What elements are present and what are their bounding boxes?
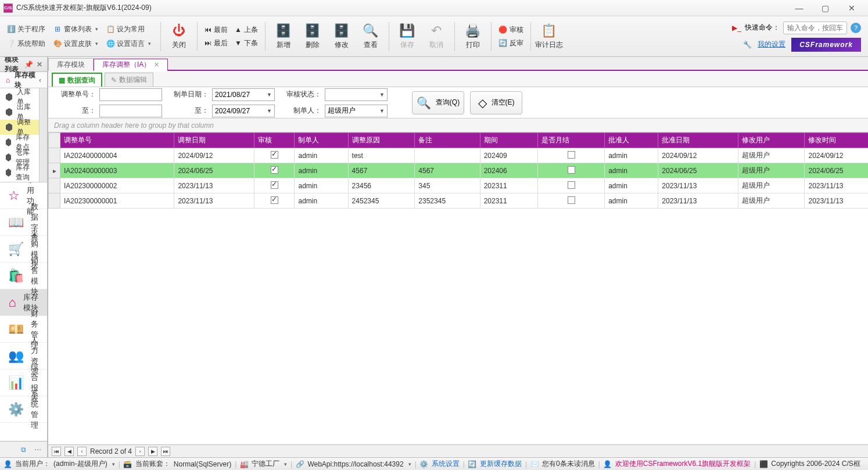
- delete-button[interactable]: 🗄️删除: [298, 19, 327, 54]
- nav-section-5[interactable]: 💴财务管理: [0, 316, 47, 343]
- nav-section-8[interactable]: ⚙️系统管理: [0, 396, 47, 423]
- nav-section-3[interactable]: 🛍️销售模块: [0, 263, 47, 289]
- status-syssettings[interactable]: 系统设置: [432, 459, 460, 469]
- auditlog-button[interactable]: 📋审计日志: [535, 19, 564, 54]
- quickcmd-input[interactable]: [783, 21, 847, 34]
- chevron-down-icon[interactable]: ▾: [284, 461, 287, 467]
- close-window-button[interactable]: ✕: [838, 2, 865, 15]
- col-header-9[interactable]: 批准日期: [658, 133, 738, 148]
- table-row[interactable]: IA2024000000042024/09/12admintest202409a…: [49, 148, 869, 163]
- col-header-1[interactable]: 调整日期: [174, 133, 254, 148]
- cell-date: 2023/11/13: [174, 193, 254, 209]
- nav-last-label: 最后: [214, 38, 228, 48]
- nav-first[interactable]: ⏮最前: [205, 25, 228, 35]
- more-icon[interactable]: ⋯: [34, 446, 41, 454]
- cube-icon: [6, 138, 11, 146]
- col-header-4[interactable]: 调整原因: [348, 133, 415, 148]
- nav-next[interactable]: ▼下条: [235, 38, 258, 48]
- forms-menu[interactable]: ⊞窗体列表▾: [51, 23, 101, 35]
- document-tabs: 库存模块库存调整（IA）✕: [48, 57, 868, 71]
- reject-button[interactable]: 🔄反审: [498, 38, 523, 48]
- about-menu[interactable]: ℹ️关于程序: [5, 23, 48, 35]
- nav-section-7[interactable]: 📊综合报表: [0, 369, 47, 396]
- status-messages[interactable]: 您有0条未读消息: [542, 459, 595, 469]
- pager-next[interactable]: ▶: [148, 447, 157, 456]
- nav-section-1[interactable]: 📖数据字典: [0, 209, 47, 236]
- cancel-button[interactable]: ↶取消: [422, 19, 451, 54]
- copy-icon[interactable]: ⧉: [21, 446, 26, 454]
- maximize-button[interactable]: ▢: [812, 2, 838, 15]
- table-row[interactable]: IA2023000000022023/11/13admin23456345202…: [49, 178, 869, 193]
- label-status: 审核状态：: [279, 89, 321, 99]
- my-settings-link[interactable]: 我的设置: [758, 40, 785, 49]
- section-icon: ⌂: [8, 295, 16, 311]
- view-button[interactable]: 🔍查看: [356, 19, 385, 54]
- nav-section-0[interactable]: ☆常用功能: [0, 182, 47, 209]
- doc-tab-0[interactable]: 库存模块: [48, 58, 94, 71]
- approve-button[interactable]: 🛑审核: [498, 25, 523, 35]
- nav-prev[interactable]: ▲上条: [235, 25, 258, 35]
- col-header-3[interactable]: 制单人: [295, 133, 348, 148]
- chevron-down-icon[interactable]: ▾: [112, 461, 115, 467]
- col-header-10[interactable]: 修改用户: [738, 133, 805, 148]
- doc-tab-1[interactable]: 库存调整（IA）✕: [94, 59, 168, 71]
- group-bar[interactable]: Drag a column header here to group by th…: [48, 119, 868, 132]
- combo-status[interactable]: ▼: [325, 88, 388, 101]
- col-header-11[interactable]: 修改时间: [805, 133, 868, 148]
- status-refresh[interactable]: 更新缓存数据: [480, 459, 522, 469]
- col-header-0[interactable]: 调整单号: [60, 133, 174, 148]
- minimize-button[interactable]: —: [786, 2, 812, 15]
- cube-icon: [6, 168, 11, 177]
- nav-last[interactable]: ⏭最后: [205, 38, 228, 48]
- col-header-8[interactable]: 批准人: [605, 133, 658, 148]
- combo-date-from[interactable]: 2021/08/27▼: [212, 88, 275, 101]
- save-button[interactable]: 💾保存: [393, 19, 422, 54]
- help-icon: ❔: [7, 40, 15, 48]
- tab-data-query[interactable]: ▦数据查询: [52, 73, 102, 87]
- edit-button[interactable]: 🗄️修改: [327, 19, 356, 54]
- col-header-2[interactable]: 审核: [254, 133, 295, 148]
- input-docno-to[interactable]: [99, 105, 162, 117]
- print-button[interactable]: 🖨️打印: [458, 19, 487, 54]
- add-button[interactable]: 🗄️新增: [269, 19, 298, 54]
- globe-icon: 🌐: [106, 40, 114, 48]
- pager-prev[interactable]: ◀: [64, 447, 74, 456]
- combo-date-to[interactable]: 2024/09/27▼: [212, 105, 275, 117]
- table-row[interactable]: ▸IA2024000000032024/06/25admin4567456720…: [49, 163, 869, 178]
- row-indicator: [49, 193, 60, 209]
- pager-last[interactable]: ⏭: [161, 447, 170, 456]
- lang-menu[interactable]: 🌐设置语言▾: [104, 38, 153, 50]
- panel-header-inventory[interactable]: ⌂ 库存模块 ‹: [0, 72, 47, 88]
- pin-icon[interactable]: 📌: [24, 60, 33, 69]
- pager-nextpage[interactable]: ›: [135, 447, 145, 456]
- cell-date: 2024/06/25: [174, 163, 254, 178]
- user-icon: 👤: [3, 460, 12, 468]
- close-button[interactable]: ⏻关闭: [164, 19, 193, 54]
- skin-menu[interactable]: 🎨设置皮肤▾: [51, 38, 101, 50]
- nav-section-4[interactable]: ⌂库存模块: [0, 289, 47, 316]
- tree-scrollbar[interactable]: [39, 88, 47, 182]
- query-button[interactable]: 🔍查询(Q): [412, 91, 464, 114]
- cell-approver: admin: [605, 178, 658, 193]
- input-docno[interactable]: [99, 88, 162, 101]
- tab-close-icon[interactable]: ✕: [154, 61, 159, 69]
- help-menu[interactable]: ❔系统帮助: [5, 38, 48, 50]
- close-panel-icon[interactable]: ✕: [37, 60, 42, 69]
- wrench-icon: 🔧: [743, 41, 752, 49]
- cell-date: 2024/09/12: [174, 148, 254, 163]
- pager-first[interactable]: ⏮: [52, 447, 61, 456]
- nav-section-6[interactable]: 👥人力资源: [0, 343, 47, 369]
- col-header-5[interactable]: 备注: [415, 133, 480, 148]
- quickcmd-help[interactable]: ?: [851, 23, 861, 33]
- chevron-down-icon[interactable]: ▾: [408, 461, 411, 467]
- setcommon-menu[interactable]: 📋设为常用: [104, 23, 153, 35]
- clear-button[interactable]: ◇清空(E): [470, 91, 522, 114]
- pager-prevpage[interactable]: ‹: [77, 447, 87, 456]
- col-header-7[interactable]: 是否月结: [538, 133, 605, 148]
- tree-item-5[interactable]: 库存查询: [0, 165, 39, 180]
- tab-data-edit[interactable]: ✎数据编辑: [105, 73, 153, 87]
- combo-maker[interactable]: 超级用户▼: [325, 105, 388, 117]
- col-header-6[interactable]: 期间: [480, 133, 538, 148]
- table-row[interactable]: IA2023000000012023/11/13admin24523452352…: [49, 193, 869, 209]
- nav-section-2[interactable]: 🛒采购模块: [0, 236, 47, 263]
